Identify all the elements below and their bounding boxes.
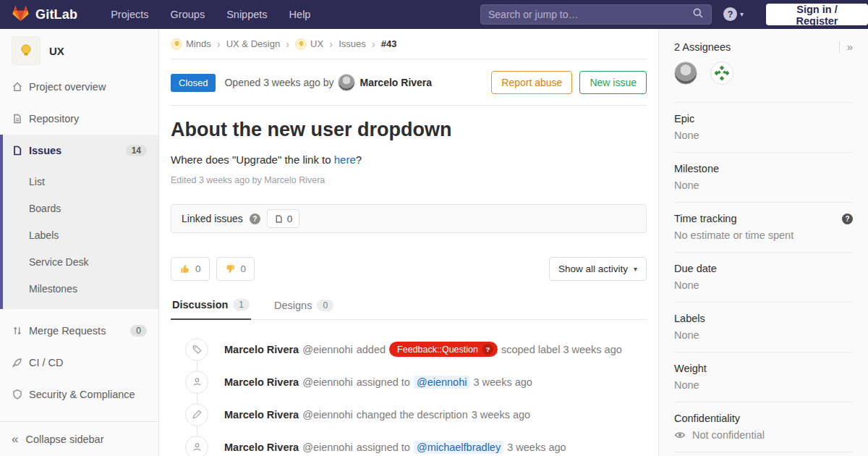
linked-issues-title: Linked issues [182,213,243,224]
chevron-right-icon: › [372,38,375,50]
sidebar-item-project-overview[interactable]: Project overview [0,71,158,103]
sign-in-button[interactable]: Sign in / Register [766,4,868,25]
thumbs-down-count: 0 [241,263,247,274]
sidebar-section-time-tracking: Time tracking ? No estimate or time spen… [674,203,853,253]
collapse-icon: « [12,432,18,447]
help-menu[interactable]: ? ▾ [723,7,744,21]
mention-link[interactable]: @michaelfbradley [414,441,503,454]
gitlab-tanuki-icon [12,4,30,25]
note-author[interactable]: Marcelo Rivera [224,409,299,421]
sidebar-item-label: Repository [29,113,79,124]
breadcrumb-ux[interactable]: UX [295,38,323,50]
mr-count-badge: 0 [130,325,147,337]
note-author[interactable]: Marcelo Rivera [224,442,299,453]
label-icon [185,338,208,361]
tab-designs[interactable]: Designs 0 [273,292,335,319]
report-abuse-button[interactable]: Report abuse [491,71,572,94]
award-emoji-row: 0 0 Show all activity ▾ [171,257,647,281]
project-context[interactable]: UX [0,29,158,71]
labels-value: None [674,329,853,341]
confidentiality-title: Confidentiality [674,413,853,424]
main-content: Minds › UX & Design › UX › Issues › #43 … [159,29,658,456]
linked-issues-count: 0 [267,209,300,228]
scoped-label-pill[interactable]: Feedback::Question ? [389,342,498,357]
system-note-assigned: Marcelo Rivera @eiennohi assigned to @ei… [171,366,647,398]
note-handle: @eiennohi [302,409,353,421]
note-tail: scoped label 3 weeks ago [501,344,622,355]
sidebar-section-weight: Weight None [674,352,853,402]
sidebar-item-service-desk[interactable]: Service Desk [3,248,158,275]
tab-discussion[interactable]: Discussion 1 [171,292,251,320]
due-date-value: None [674,279,853,291]
thumbs-up-button[interactable]: 0 [171,257,210,281]
opened-byline: Opened 3 weeks ago by Marcelo Rivera [224,74,432,91]
here-link[interactable]: here [334,153,356,166]
issues-icon [274,214,284,224]
sidebar-item-labels[interactable]: Labels [3,221,158,248]
collapse-sidebar-button[interactable]: « Collapse sidebar [0,421,158,456]
breadcrumb-current-issue: #43 [381,38,397,49]
sidebar-item-milestones[interactable]: Milestones [3,275,158,302]
milestone-value: None [674,180,853,191]
lightbulb-icon [18,43,34,59]
activity-filter-dropdown[interactable]: Show all activity ▾ [549,257,647,281]
assignee-avatar-identicon[interactable] [710,62,733,85]
issue-right-sidebar: 2 Assignees » Epic None [658,29,868,456]
collapse-right-sidebar-icon[interactable]: » [847,41,853,53]
assignee-avatars [674,62,853,103]
sidebar-section-epic: Epic None [674,103,853,153]
eye-icon [674,430,686,440]
thumbs-down-button[interactable]: 0 [216,257,255,281]
issue-title: About the new user dropdown [171,119,647,141]
sidebar-item-cicd[interactable]: CI / CD [0,347,158,379]
edited-byline: Edited 3 weeks ago by Marcelo Rivera [171,175,647,185]
nav-link-help[interactable]: Help [289,9,311,20]
new-issue-button[interactable]: New issue [579,71,647,94]
author-name[interactable]: Marcelo Rivera [359,77,432,88]
help-icon[interactable]: ? [250,214,260,224]
nav-link-groups[interactable]: Groups [171,9,205,20]
assignee-avatar-photo[interactable] [674,62,697,85]
epic-title: Epic [674,113,853,124]
epic-value: None [674,130,853,141]
sidebar-item-merge-requests[interactable]: Merge Requests 0 [0,315,158,347]
sidebar-item-repository[interactable]: Repository [0,103,158,135]
nav-link-snippets[interactable]: Snippets [226,9,267,20]
note-handle: @eiennohi [302,376,353,388]
gitlab-logo[interactable]: GitLab [12,4,77,25]
weight-value: None [674,379,853,391]
sidebar-item-issues[interactable]: Issues 14 [3,135,158,166]
home-icon [12,81,23,93]
note-author[interactable]: Marcelo Rivera [224,376,299,388]
search-input[interactable] [488,9,692,20]
due-date-title: Due date [674,263,853,274]
shield-icon [12,389,23,400]
author-avatar[interactable] [338,74,355,91]
sidebar-item-boards[interactable]: Boards [3,195,158,221]
designs-count-badge: 0 [317,300,333,311]
breadcrumb-ux-design[interactable]: UX & Design [226,38,280,49]
issues-section-active: Issues 14 List Boards Labels Service Des… [0,135,158,309]
chevron-right-icon: › [217,38,221,50]
divider [839,41,840,53]
top-navbar: GitLab Projects Groups Snippets Help ? ▾… [0,0,868,29]
issue-description: Where does "Upgrade" the link to here? [171,153,647,166]
breadcrumb-issues[interactable]: Issues [339,38,366,49]
mention-link[interactable]: @eiennohi [414,376,470,389]
project-avatar-mini [295,38,307,50]
nav-link-projects[interactable]: Projects [111,9,148,20]
gitlab-issue-page: GitLab Projects Groups Snippets Help ? ▾… [0,0,868,456]
sidebar-section-labels: Labels None [674,303,853,352]
thumbs-down-icon [225,263,236,274]
left-sidebar: UX Project overview Repository [0,29,159,456]
milestone-title: Milestone [674,163,853,174]
breadcrumb-minds[interactable]: Minds [171,38,211,50]
sidebar-item-list[interactable]: List [3,168,158,195]
note-author[interactable]: Marcelo Rivera [224,344,299,355]
document-icon [12,113,23,124]
sidebar-item-security[interactable]: Security & Compliance [0,379,158,410]
discussion-count-badge: 1 [233,299,250,311]
help-icon: ? [482,344,493,355]
chevron-right-icon: › [286,38,289,50]
help-icon[interactable]: ? [842,214,853,224]
